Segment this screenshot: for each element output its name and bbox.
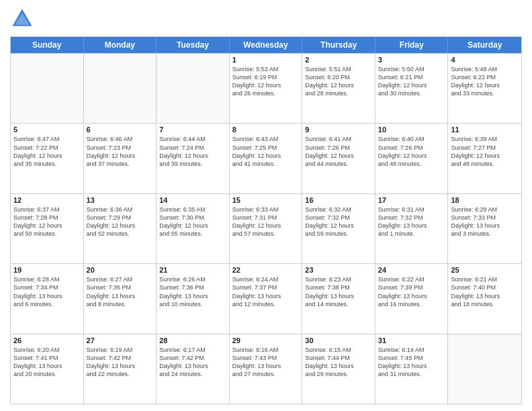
table-row: 19Sunrise: 6:28 AM Sunset: 7:34 PM Dayli… (11, 264, 84, 333)
calendar-body: 1Sunrise: 5:53 AM Sunset: 6:19 PM Daylig… (11, 53, 521, 404)
cell-day-number: 11 (451, 126, 519, 134)
table-row: 28Sunrise: 6:17 AM Sunset: 7:42 PM Dayli… (157, 334, 230, 404)
calendar-week-2: 5Sunrise: 6:47 AM Sunset: 7:22 PM Daylig… (11, 123, 521, 193)
cell-info: Sunrise: 6:21 AM Sunset: 7:40 PM Dayligh… (451, 275, 519, 308)
table-row (11, 54, 84, 123)
table-row: 23Sunrise: 6:23 AM Sunset: 7:38 PM Dayli… (302, 264, 375, 333)
cell-day-number: 12 (13, 196, 81, 204)
cell-day-number: 9 (305, 126, 372, 134)
table-row: 2Sunrise: 5:51 AM Sunset: 6:20 PM Daylig… (302, 54, 375, 123)
cal-header-thursday: Thursday (302, 37, 375, 53)
table-row: 1Sunrise: 5:53 AM Sunset: 6:19 PM Daylig… (230, 54, 303, 123)
table-row: 24Sunrise: 6:22 AM Sunset: 7:39 PM Dayli… (375, 264, 449, 333)
calendar-week-3: 12Sunrise: 6:37 AM Sunset: 7:28 PM Dayli… (11, 193, 521, 263)
cal-header-sunday: Sunday (11, 37, 84, 53)
cell-day-number: 10 (378, 126, 445, 134)
cell-day-number: 6 (87, 126, 154, 134)
table-row: 5Sunrise: 6:47 AM Sunset: 7:22 PM Daylig… (11, 124, 84, 193)
cell-info: Sunrise: 6:15 AM Sunset: 7:44 PM Dayligh… (305, 346, 372, 379)
cell-info: Sunrise: 6:46 AM Sunset: 7:23 PM Dayligh… (87, 135, 154, 168)
table-row: 14Sunrise: 6:35 AM Sunset: 7:30 PM Dayli… (157, 194, 230, 263)
table-row: 4Sunrise: 5:48 AM Sunset: 6:22 PM Daylig… (448, 54, 521, 123)
table-row: 26Sunrise: 6:20 AM Sunset: 7:41 PM Dayli… (11, 334, 84, 404)
cell-info: Sunrise: 6:33 AM Sunset: 7:31 PM Dayligh… (232, 205, 300, 238)
cell-day-number: 29 (232, 336, 300, 345)
cell-day-number: 14 (159, 196, 226, 204)
cell-day-number: 25 (451, 266, 519, 274)
cell-day-number: 21 (159, 266, 226, 274)
cell-info: Sunrise: 5:53 AM Sunset: 6:19 PM Dayligh… (232, 65, 300, 98)
cell-day-number: 2 (305, 56, 372, 64)
table-row: 11Sunrise: 6:39 AM Sunset: 7:27 PM Dayli… (448, 124, 521, 193)
table-row: 8Sunrise: 6:43 AM Sunset: 7:25 PM Daylig… (230, 124, 303, 193)
cell-info: Sunrise: 6:44 AM Sunset: 7:24 PM Dayligh… (159, 135, 226, 168)
cell-day-number: 15 (232, 196, 300, 204)
cell-info: Sunrise: 5:48 AM Sunset: 6:22 PM Dayligh… (451, 65, 519, 98)
cell-day-number: 31 (378, 336, 445, 345)
table-row: 9Sunrise: 6:41 AM Sunset: 7:26 PM Daylig… (302, 124, 375, 193)
cal-header-saturday: Saturday (448, 37, 521, 53)
cell-day-number: 28 (159, 336, 226, 345)
table-row: 29Sunrise: 6:16 AM Sunset: 7:43 PM Dayli… (230, 334, 303, 404)
table-row: 31Sunrise: 6:14 AM Sunset: 7:45 PM Dayli… (375, 334, 449, 404)
calendar-header-row: SundayMondayTuesdayWednesdayThursdayFrid… (11, 37, 521, 53)
cell-info: Sunrise: 6:35 AM Sunset: 7:30 PM Dayligh… (159, 205, 226, 238)
cal-header-monday: Monday (84, 37, 157, 53)
table-row: 18Sunrise: 6:29 AM Sunset: 7:33 PM Dayli… (448, 194, 521, 263)
table-row: 3Sunrise: 5:50 AM Sunset: 6:21 PM Daylig… (375, 54, 449, 123)
table-row (448, 334, 521, 404)
logo-icon (10, 7, 34, 31)
table-row: 12Sunrise: 6:37 AM Sunset: 7:28 PM Dayli… (11, 194, 84, 263)
cell-info: Sunrise: 6:32 AM Sunset: 7:32 PM Dayligh… (305, 205, 372, 238)
page: SundayMondayTuesdayWednesdayThursdayFrid… (0, 0, 532, 411)
cell-info: Sunrise: 6:16 AM Sunset: 7:43 PM Dayligh… (232, 346, 300, 379)
table-row: 15Sunrise: 6:33 AM Sunset: 7:31 PM Dayli… (230, 194, 303, 263)
cell-day-number: 22 (232, 266, 300, 274)
cell-info: Sunrise: 6:24 AM Sunset: 7:37 PM Dayligh… (232, 275, 300, 308)
header (10, 7, 522, 31)
table-row (84, 54, 157, 123)
cell-info: Sunrise: 6:14 AM Sunset: 7:45 PM Dayligh… (378, 346, 445, 379)
cell-info: Sunrise: 6:27 AM Sunset: 7:35 PM Dayligh… (87, 275, 154, 308)
cell-day-number: 5 (13, 126, 81, 134)
cell-info: Sunrise: 5:51 AM Sunset: 6:20 PM Dayligh… (305, 65, 372, 98)
cell-info: Sunrise: 6:20 AM Sunset: 7:41 PM Dayligh… (13, 346, 81, 379)
cell-day-number: 24 (378, 266, 445, 274)
cell-day-number: 7 (159, 126, 226, 134)
cell-day-number: 4 (451, 56, 519, 64)
cell-info: Sunrise: 6:41 AM Sunset: 7:26 PM Dayligh… (305, 135, 372, 168)
cell-day-number: 27 (87, 336, 154, 345)
cell-info: Sunrise: 6:39 AM Sunset: 7:27 PM Dayligh… (451, 135, 519, 168)
table-row (157, 54, 230, 123)
table-row: 21Sunrise: 6:26 AM Sunset: 7:36 PM Dayli… (157, 264, 230, 333)
cell-info: Sunrise: 6:26 AM Sunset: 7:36 PM Dayligh… (159, 275, 226, 308)
table-row: 30Sunrise: 6:15 AM Sunset: 7:44 PM Dayli… (302, 334, 375, 404)
cell-day-number: 8 (232, 126, 300, 134)
table-row: 16Sunrise: 6:32 AM Sunset: 7:32 PM Dayli… (302, 194, 375, 263)
calendar-week-5: 26Sunrise: 6:20 AM Sunset: 7:41 PM Dayli… (11, 334, 521, 404)
calendar-week-1: 1Sunrise: 5:53 AM Sunset: 6:19 PM Daylig… (11, 53, 521, 123)
table-row: 22Sunrise: 6:24 AM Sunset: 7:37 PM Dayli… (230, 264, 303, 333)
cell-day-number: 26 (13, 336, 81, 345)
cell-info: Sunrise: 6:37 AM Sunset: 7:28 PM Dayligh… (13, 205, 81, 238)
cell-day-number: 20 (87, 266, 154, 274)
cell-day-number: 23 (305, 266, 372, 274)
cell-info: Sunrise: 6:17 AM Sunset: 7:42 PM Dayligh… (159, 346, 226, 379)
cell-day-number: 1 (232, 56, 300, 64)
cal-header-tuesday: Tuesday (157, 37, 230, 53)
cell-info: Sunrise: 6:29 AM Sunset: 7:33 PM Dayligh… (451, 205, 519, 238)
table-row: 6Sunrise: 6:46 AM Sunset: 7:23 PM Daylig… (84, 124, 157, 193)
table-row: 27Sunrise: 6:19 AM Sunset: 7:42 PM Dayli… (84, 334, 157, 404)
cal-header-wednesday: Wednesday (230, 37, 303, 53)
cell-info: Sunrise: 6:47 AM Sunset: 7:22 PM Dayligh… (13, 135, 81, 168)
cell-info: Sunrise: 6:31 AM Sunset: 7:32 PM Dayligh… (378, 205, 445, 238)
cal-header-friday: Friday (375, 37, 449, 53)
table-row: 17Sunrise: 6:31 AM Sunset: 7:32 PM Dayli… (375, 194, 449, 263)
cell-day-number: 17 (378, 196, 445, 204)
table-row: 25Sunrise: 6:21 AM Sunset: 7:40 PM Dayli… (448, 264, 521, 333)
cell-info: Sunrise: 6:23 AM Sunset: 7:38 PM Dayligh… (305, 275, 372, 308)
cell-info: Sunrise: 6:43 AM Sunset: 7:25 PM Dayligh… (232, 135, 300, 168)
table-row: 10Sunrise: 6:40 AM Sunset: 7:26 PM Dayli… (375, 124, 449, 193)
table-row: 13Sunrise: 6:36 AM Sunset: 7:29 PM Dayli… (84, 194, 157, 263)
table-row: 20Sunrise: 6:27 AM Sunset: 7:35 PM Dayli… (84, 264, 157, 333)
